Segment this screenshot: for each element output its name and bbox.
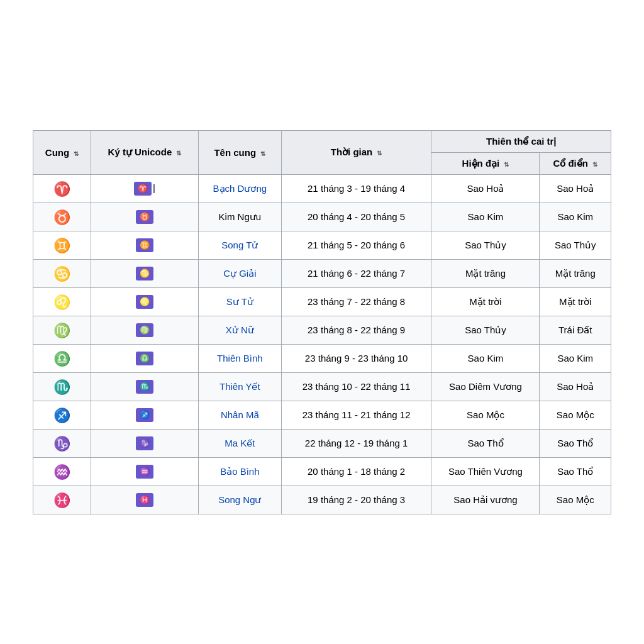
thoi-gian-cell: 23 tháng 8 - 22 tháng 9 bbox=[281, 316, 431, 344]
ten-cung-link[interactable]: Sư Tử bbox=[226, 296, 253, 307]
ten-cung-link[interactable]: Bảo Bình bbox=[220, 466, 259, 477]
table-row: ♓♓Song Ngư19 tháng 2 - 20 tháng 3Sao Hải… bbox=[33, 486, 611, 514]
header-ten-cung[interactable]: Tên cung ⇅ bbox=[198, 130, 281, 174]
cung-symbol: ♌ bbox=[33, 287, 91, 316]
sort-icon-tencung[interactable]: ⇅ bbox=[260, 150, 265, 157]
header-ky-tu[interactable]: Ký tự Unicode ⇅ bbox=[91, 130, 199, 174]
table-row: ♈♈|Bạch Dương21 tháng 3 - 19 tháng 4Sao … bbox=[33, 174, 611, 203]
co-dien-cell: Sao Thổ bbox=[540, 457, 611, 486]
hien-dai-cell: Sao Thiên Vương bbox=[431, 457, 540, 486]
ten-cung-cell[interactable]: Nhân Mã bbox=[198, 401, 281, 429]
unicode-icon-cell: ♉ bbox=[91, 203, 199, 231]
sort-icon-codien[interactable]: ⇅ bbox=[592, 161, 597, 168]
cung-symbol: ♉ bbox=[33, 203, 91, 231]
table-row: ♑♑Ma Kết22 tháng 12 - 19 tháng 1Sao ThổS… bbox=[33, 429, 611, 457]
ten-cung-link[interactable]: Xử Nữ bbox=[226, 325, 254, 335]
unicode-badge: ♉ bbox=[136, 210, 153, 224]
sort-icon-kytu[interactable]: ⇅ bbox=[176, 150, 181, 157]
hien-dai-cell: Sao Thổ bbox=[431, 429, 540, 457]
thoi-gian-cell: 21 tháng 5 - 20 tháng 6 bbox=[281, 231, 431, 259]
ten-cung-cell[interactable]: Thiên Yết bbox=[198, 372, 281, 401]
ten-cung-cell[interactable]: Song Ngư bbox=[198, 486, 281, 514]
unicode-badge: ♍ bbox=[136, 323, 153, 337]
header-hien-dai[interactable]: Hiện đại ⇅ bbox=[431, 152, 540, 174]
thoi-gian-cell: 20 tháng 1 - 18 tháng 2 bbox=[281, 457, 431, 486]
ten-cung-link[interactable]: Thiên Bình bbox=[217, 353, 263, 364]
cung-symbol: ♋ bbox=[33, 259, 91, 287]
header-thoi-gian[interactable]: Thời gian ⇅ bbox=[281, 130, 431, 174]
ten-cung-cell[interactable]: Xử Nữ bbox=[198, 316, 281, 344]
thoi-gian-cell: 21 tháng 6 - 22 tháng 7 bbox=[281, 259, 431, 287]
sort-icon-thoigian[interactable]: ⇅ bbox=[377, 150, 382, 157]
unicode-badge: ♋ bbox=[136, 267, 153, 280]
unicode-badge: ♊ bbox=[136, 238, 153, 252]
cung-symbol: ♏ bbox=[33, 372, 91, 401]
ten-cung-link[interactable]: Bạch Dương bbox=[213, 183, 267, 194]
hien-dai-cell: Sao Hải vương bbox=[431, 486, 540, 514]
ten-cung-link[interactable]: Cự Giải bbox=[223, 268, 256, 279]
hien-dai-cell: Sao Thủy bbox=[431, 316, 540, 344]
unicode-icon-cell: ♎ bbox=[91, 344, 199, 372]
hien-dai-cell: Sao Kim bbox=[431, 203, 540, 231]
hien-dai-cell: Sao Mộc bbox=[431, 401, 540, 429]
co-dien-cell: Mặt trời bbox=[540, 287, 611, 316]
co-dien-cell: Sao Kim bbox=[540, 344, 611, 372]
sort-icon-cung[interactable]: ⇅ bbox=[74, 150, 79, 157]
co-dien-cell: Sao Thủy bbox=[540, 231, 611, 259]
unicode-badge: ♎ bbox=[136, 352, 153, 365]
co-dien-cell: Sao Kim bbox=[540, 203, 611, 231]
ten-cung-link[interactable]: Song Ngư bbox=[218, 494, 261, 505]
table-row: ♋♋Cự Giải21 tháng 6 - 22 tháng 7Mặt trăn… bbox=[33, 259, 611, 287]
ten-cung-cell[interactable]: Bạch Dương bbox=[198, 174, 281, 203]
ten-cung-link[interactable]: Song Tử bbox=[221, 240, 258, 250]
header-cung[interactable]: Cung ⇅ bbox=[33, 130, 91, 174]
ten-cung-cell[interactable]: Ma Kết bbox=[198, 429, 281, 457]
thoi-gian-cell: 19 tháng 2 - 20 tháng 3 bbox=[281, 486, 431, 514]
ten-cung-link[interactable]: Ma Kết bbox=[225, 438, 255, 448]
unicode-icon-cell: ♐ bbox=[91, 401, 199, 429]
co-dien-cell: Sao Hoả bbox=[540, 372, 611, 401]
thoi-gian-cell: 23 tháng 7 - 22 tháng 8 bbox=[281, 287, 431, 316]
unicode-badge: ♈ bbox=[134, 182, 152, 196]
co-dien-cell: Sao Thổ bbox=[540, 429, 611, 457]
cung-symbol: ♑ bbox=[33, 429, 91, 457]
ten-cung-link[interactable]: Nhân Mã bbox=[221, 409, 259, 420]
hien-dai-cell: Sao Hoả bbox=[431, 174, 540, 203]
cung-symbol: ♎ bbox=[33, 344, 91, 372]
cung-symbol: ♊ bbox=[33, 231, 91, 259]
unicode-icon-cell: ♓ bbox=[91, 486, 199, 514]
cung-symbol: ♐ bbox=[33, 401, 91, 429]
ten-cung-cell[interactable]: Sư Tử bbox=[198, 287, 281, 316]
unicode-icon-cell: ♋ bbox=[91, 259, 199, 287]
hien-dai-cell: Sao Diêm Vương bbox=[431, 372, 540, 401]
ten-cung-cell[interactable]: Thiên Bình bbox=[198, 344, 281, 372]
table-row: ♉♉Kim Ngưu20 tháng 4 - 20 tháng 5Sao Kim… bbox=[33, 203, 611, 231]
table-row: ♒♒Bảo Bình20 tháng 1 - 18 tháng 2Sao Thi… bbox=[33, 457, 611, 486]
thoi-gian-cell: 21 tháng 3 - 19 tháng 4 bbox=[281, 174, 431, 203]
unicode-badge: ♒ bbox=[136, 465, 153, 479]
header-co-dien[interactable]: Cổ điển ⇅ bbox=[540, 152, 611, 174]
thoi-gian-cell: 23 tháng 11 - 21 tháng 12 bbox=[281, 401, 431, 429]
unicode-badge: ♌ bbox=[136, 295, 153, 309]
cung-symbol: ♓ bbox=[33, 486, 91, 514]
unicode-icon-cell: ♌ bbox=[91, 287, 199, 316]
zodiac-table: Cung ⇅ Ký tự Unicode ⇅ Tên cung ⇅ Thời g… bbox=[33, 130, 611, 514]
hien-dai-cell: Mặt trăng bbox=[431, 259, 540, 287]
unicode-badge: ♓ bbox=[136, 493, 153, 507]
sort-icon-hiendai[interactable]: ⇅ bbox=[504, 161, 509, 168]
cung-symbol: ♈ bbox=[33, 174, 91, 203]
thoi-gian-cell: 23 tháng 10 - 22 tháng 11 bbox=[281, 372, 431, 401]
thoi-gian-cell: 20 tháng 4 - 20 tháng 5 bbox=[281, 203, 431, 231]
header-thien-the: Thiên thể cai trị bbox=[431, 130, 611, 152]
unicode-icon-cell: ♏ bbox=[91, 372, 199, 401]
thoi-gian-cell: 22 tháng 12 - 19 tháng 1 bbox=[281, 429, 431, 457]
table-row: ♌♌Sư Tử23 tháng 7 - 22 tháng 8Mặt trờiMặ… bbox=[33, 287, 611, 316]
ten-cung-cell[interactable]: Cự Giải bbox=[198, 259, 281, 287]
unicode-badge: ♐ bbox=[136, 408, 153, 422]
ten-cung-cell[interactable]: Bảo Bình bbox=[198, 457, 281, 486]
ten-cung-cell[interactable]: Song Tử bbox=[198, 231, 281, 259]
ten-cung-link[interactable]: Thiên Yết bbox=[219, 381, 260, 392]
unicode-icon-cell: ♒ bbox=[91, 457, 199, 486]
hien-dai-cell: Mặt trời bbox=[431, 287, 540, 316]
unicode-icon-cell: ♑ bbox=[91, 429, 199, 457]
